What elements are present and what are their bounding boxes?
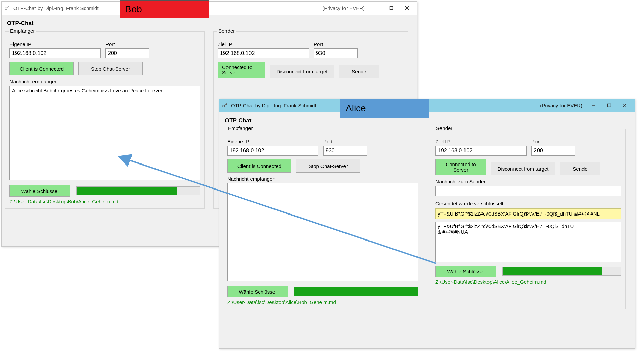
bob-title-text: OTP-Chat by Dipl.-Ing. Frank Schmidt (13, 5, 99, 11)
bob-connected-server-button[interactable]: Connected to Server (218, 62, 265, 78)
bob-choose-key-button[interactable]: Wähle Schlüssel (9, 185, 70, 197)
svg-rect-2 (390, 7, 393, 10)
alice-raw-box[interactable]: yT+&UfB'\G'^$2lzZ#c\\0dSBX'AF'GlrQ)$*.V/… (435, 222, 621, 262)
alice-msg-recv-label: Nachricht empfangen (227, 176, 418, 182)
alice-app-heading: OTP-Chat (225, 117, 631, 124)
bob-maximize-button[interactable] (384, 3, 399, 13)
alice-send-button[interactable]: Sende (560, 162, 600, 175)
key-icon (221, 102, 228, 109)
alice-recv-choose-key-button[interactable]: Wähle Schlüssel (227, 286, 288, 297)
alice-title-text: OTP-Chat by Dipl.-Ing. Frank Schmidt (231, 103, 316, 108)
alice-target-ip-label: Ziel IP (435, 138, 527, 144)
bob-target-ip-label: Ziel IP (218, 41, 309, 47)
bob-own-ip-label: Eigene IP (9, 41, 101, 47)
bob-disconnect-button[interactable]: Disconnect from target (270, 65, 334, 78)
alice-own-ip-label: Eigene IP (227, 138, 318, 144)
alice-disconnect-button[interactable]: Disconnect from target (491, 162, 555, 175)
bob-send-port-label: Port (314, 41, 358, 47)
alice-msg-send-label: Nachricht zum Senden (435, 179, 621, 184)
alice-title-right: (Privacy for EVER) (540, 103, 582, 108)
alice-name-tag-text: Alice (345, 103, 366, 114)
bob-own-ip-input[interactable] (9, 48, 101, 58)
alice-recv-key-path: Z:\User-Data\fsc\Desktop\Alice\Bob_Gehei… (227, 299, 418, 305)
bob-send-port-input[interactable] (314, 48, 358, 58)
alice-close-button[interactable] (617, 100, 633, 110)
alice-send-port-label: Port (531, 138, 575, 144)
alice-recv-key-progress (294, 287, 418, 296)
bob-name-tag-text: Bob (125, 4, 142, 15)
bob-received-textarea[interactable] (9, 86, 200, 180)
alice-name-tag: Alice (340, 99, 429, 118)
bob-close-button[interactable] (399, 3, 415, 13)
bob-app-heading: OTP-Chat (7, 20, 413, 27)
alice-encrypted-line: yT+&UfB'\G'^$2lzZ#c\\0dSBX'AF'GlrQ)$*.V/… (435, 208, 621, 219)
alice-received-textarea[interactable] (227, 183, 418, 281)
bob-key-progress (76, 186, 200, 195)
bob-recv-port-input[interactable] (105, 48, 149, 58)
alice-recv-port-label: Port (323, 138, 367, 144)
svg-point-0 (5, 8, 7, 10)
alice-send-key-path: Z:\User-Data\fsc\Desktop\Alice\Alice_Geh… (435, 279, 621, 285)
alice-send-key-progress (502, 267, 621, 276)
bob-stop-server-button[interactable]: Stop Chat-Server (78, 62, 143, 75)
alice-encrypted-label: Gesendet wurde verschlüsselt (435, 201, 621, 206)
bob-name-tag: Bob (120, 0, 209, 18)
alice-client-connected-button[interactable]: Client is Connected (227, 159, 291, 173)
alice-stop-server-button[interactable]: Stop Chat-Server (296, 159, 360, 173)
bob-client-connected-button[interactable]: Client is Connected (9, 62, 74, 75)
bob-recv-port-label: Port (105, 41, 149, 47)
alice-maximize-button[interactable] (601, 100, 617, 110)
bob-title-right: (Privacy for EVER) (322, 5, 365, 11)
bob-titlebar[interactable]: OTP-Chat by Dipl.-Ing. Frank Schmidt (Pr… (2, 2, 417, 15)
alice-sender-legend: Sender (435, 125, 454, 131)
bob-send-button[interactable]: Sende (339, 65, 379, 78)
bob-receiver-group: Empfänger Eigene IP Port Client is Conne… (5, 31, 205, 209)
svg-rect-7 (608, 104, 611, 107)
alice-send-input[interactable] (435, 186, 621, 196)
bob-minimize-button[interactable] (368, 3, 384, 13)
alice-own-ip-input[interactable] (227, 146, 318, 156)
bob-receiver-legend: Empfänger (9, 28, 36, 34)
alice-receiver-group: Empfänger Eigene IP Port Client is Conne… (223, 129, 422, 309)
alice-window: OTP-Chat by Dipl.-Ing. Frank Schmidt (Pr… (219, 99, 635, 349)
alice-receiver-legend: Empfänger (226, 125, 254, 131)
bob-key-path: Z:\User-Data\fsc\Desktop\Bob\Alice_Gehei… (9, 199, 200, 204)
alice-connected-server-button[interactable]: Connected to Server (435, 159, 486, 175)
bob-sender-legend: Sender (217, 28, 236, 34)
alice-target-ip-input[interactable] (435, 146, 527, 156)
bob-target-ip-input[interactable] (218, 48, 309, 58)
alice-send-port-input[interactable] (531, 146, 575, 156)
alice-send-choose-key-button[interactable]: Wähle Schlüssel (435, 266, 496, 277)
bob-msg-recv-label: Nachricht empfangen (9, 79, 200, 84)
alice-minimize-button[interactable] (586, 100, 601, 110)
alice-recv-port-input[interactable] (323, 146, 367, 156)
key-icon (4, 5, 10, 11)
svg-point-5 (223, 105, 225, 107)
alice-sender-group: Sender Ziel IP Port Connected to Server … (431, 129, 626, 309)
